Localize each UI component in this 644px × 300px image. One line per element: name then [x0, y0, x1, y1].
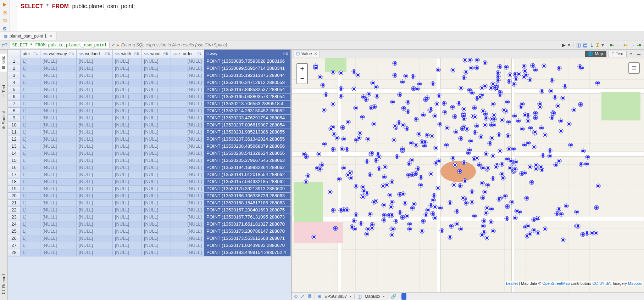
- cell[interactable]: POINT (13530171.661181327 288070: [204, 221, 291, 228]
- cell[interactable]: [NULL]: [142, 65, 171, 72]
- map-canvas[interactable]: + − ☰ Leaflet | Map data © OpenStreetMap…: [292, 58, 644, 292]
- cell[interactable]: [NULL]: [171, 143, 204, 150]
- map-point[interactable]: [533, 130, 537, 134]
- cell[interactable]: POINT (13530213.706553 2880518.4: [204, 101, 291, 107]
- cell[interactable]: [NULL]: [77, 214, 113, 221]
- map-point[interactable]: [491, 154, 495, 158]
- map-point[interactable]: [525, 234, 529, 238]
- cell[interactable]: [NULL]: [113, 228, 142, 235]
- map-point[interactable]: [534, 167, 538, 171]
- cell[interactable]: [NULL]: [142, 235, 171, 242]
- map-point[interactable]: [506, 120, 510, 124]
- map-point[interactable]: [540, 90, 544, 94]
- cell[interactable]: [NULL]: [113, 193, 142, 199]
- cell[interactable]: [NULL]: [171, 115, 204, 121]
- map-point[interactable]: [374, 158, 378, 162]
- map-point[interactable]: [462, 117, 466, 121]
- map-point[interactable]: [492, 229, 495, 233]
- cell[interactable]: L]: [21, 200, 40, 206]
- cell[interactable]: [NULL]: [142, 79, 171, 86]
- header-wood[interactable]: ABCwood⍞⇅: [142, 50, 171, 58]
- map-point[interactable]: [524, 197, 528, 200]
- map-point[interactable]: [501, 176, 505, 180]
- cell[interactable]: 15: [8, 157, 21, 164]
- map-point[interactable]: [506, 205, 510, 209]
- table-row[interactable]: 6L][NULL][NULL][NULL][NULL][NULL]POINT (…: [8, 94, 291, 101]
- map-point[interactable]: [594, 206, 598, 210]
- close-icon[interactable]: ✕: [314, 51, 317, 56]
- map-point[interactable]: [437, 68, 440, 72]
- osm-link[interactable]: OpenStreetMap: [542, 281, 570, 285]
- map-point[interactable]: [513, 167, 517, 171]
- cell[interactable]: POINT (13530231.985213386 288055: [204, 129, 291, 136]
- map-point[interactable]: [356, 73, 360, 77]
- cell[interactable]: [NULL]: [40, 65, 77, 72]
- cell[interactable]: [NULL]: [113, 171, 142, 178]
- map-tool1-icon[interactable]: ⟲: [294, 294, 298, 299]
- cell[interactable]: [NULL]: [77, 228, 113, 235]
- cell[interactable]: L]: [21, 94, 40, 100]
- cell[interactable]: [NULL]: [113, 179, 142, 185]
- filter-sql-text[interactable]: SELECT * FROM public.planet_osm_point: [10, 42, 109, 48]
- map-point[interactable]: [555, 212, 559, 216]
- map-point[interactable]: [522, 64, 526, 68]
- map-point[interactable]: [490, 136, 494, 140]
- cell[interactable]: [NULL]: [113, 129, 142, 136]
- map-point[interactable]: [468, 139, 472, 143]
- map-point[interactable]: [331, 209, 335, 213]
- map-point[interactable]: [433, 205, 437, 209]
- cell[interactable]: L]: [21, 228, 40, 235]
- cell[interactable]: [NULL]: [40, 221, 77, 228]
- table-row[interactable]: 20L][NULL][NULL][NULL][NULL][NULL]POINT …: [8, 193, 291, 200]
- table-row[interactable]: 7L][NULL][NULL][NULL][NULL][NULL]POINT (…: [8, 101, 291, 108]
- cell[interactable]: 25: [8, 228, 21, 235]
- table-row[interactable]: 5L][NULL][NULL][NULL][NULL][NULL]POINT (…: [8, 86, 291, 94]
- map-point[interactable]: [397, 120, 401, 124]
- cell[interactable]: [NULL]: [77, 108, 113, 114]
- cell[interactable]: [NULL]: [171, 86, 204, 93]
- map-point[interactable]: [596, 184, 600, 188]
- map-point[interactable]: [521, 127, 524, 131]
- cell[interactable]: [NULL]: [77, 242, 113, 249]
- map-point[interactable]: [465, 127, 469, 131]
- cell[interactable]: [NULL]: [171, 221, 204, 228]
- map-point[interactable]: [536, 231, 540, 234]
- table-row[interactable]: 2L][NULL][NULL][NULL][NULL][NULL]POINT (…: [8, 65, 291, 72]
- cell[interactable]: L]: [21, 186, 40, 192]
- map-point[interactable]: [482, 219, 486, 222]
- cell[interactable]: [NULL]: [171, 179, 204, 185]
- cell[interactable]: 7: [8, 101, 21, 107]
- map-print-icon[interactable]: 🖶: [307, 294, 312, 299]
- map-point[interactable]: [506, 134, 510, 137]
- cell[interactable]: 22: [8, 207, 21, 214]
- map-point[interactable]: [513, 216, 517, 220]
- map-point[interactable]: [331, 102, 335, 106]
- cell[interactable]: [NULL]: [142, 129, 171, 136]
- map-point[interactable]: [491, 177, 495, 181]
- cell[interactable]: 13: [8, 143, 21, 150]
- cell[interactable]: [NULL]: [171, 157, 204, 164]
- cell[interactable]: [NULL]: [113, 79, 142, 86]
- map-point[interactable]: [489, 123, 493, 126]
- map-point[interactable]: [462, 76, 466, 80]
- map-point[interactable]: [365, 192, 369, 196]
- map-point[interactable]: [381, 184, 385, 188]
- map-point[interactable]: [507, 147, 511, 151]
- map-point[interactable]: [470, 190, 474, 194]
- map-point[interactable]: [574, 210, 578, 214]
- cell[interactable]: 3: [8, 72, 21, 79]
- zoom-in-button[interactable]: +: [297, 64, 307, 74]
- cell[interactable]: [NULL]: [77, 193, 113, 199]
- cell[interactable]: [NULL]: [113, 249, 142, 256]
- map-point[interactable]: [526, 113, 530, 117]
- cell[interactable]: [NULL]: [77, 143, 113, 150]
- map-point[interactable]: [411, 206, 415, 210]
- map-point[interactable]: [492, 102, 495, 106]
- map-point[interactable]: [426, 208, 430, 212]
- cell[interactable]: [NULL]: [171, 214, 204, 221]
- map-point[interactable]: [395, 154, 399, 158]
- cell[interactable]: 16: [8, 164, 21, 171]
- cell[interactable]: POINT (13530203.476291794 288054: [204, 115, 291, 121]
- cell[interactable]: POINT (13530214.263150452 288052: [204, 108, 291, 114]
- cell[interactable]: [NULL]: [113, 157, 142, 164]
